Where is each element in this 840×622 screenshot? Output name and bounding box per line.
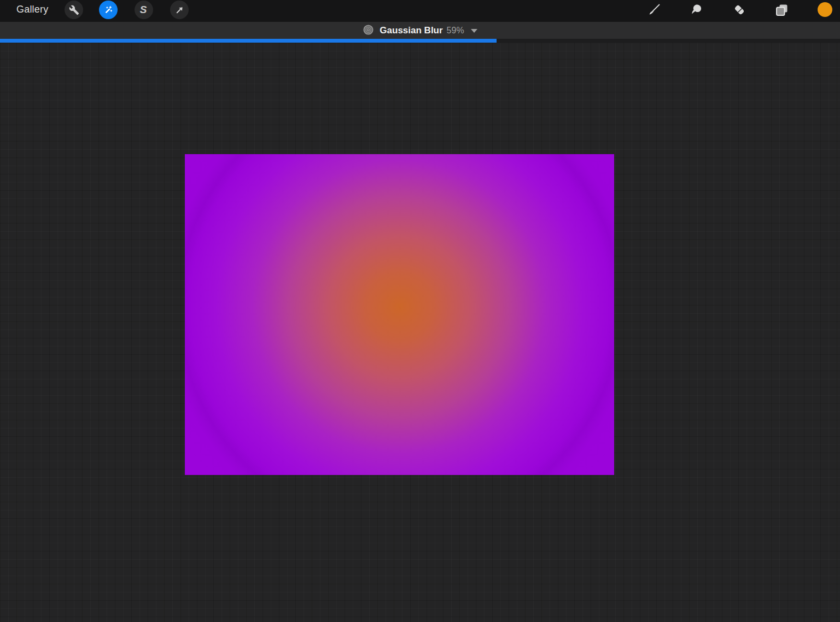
smudge-tool-button[interactable] xyxy=(687,1,707,21)
actions-button[interactable] xyxy=(65,1,83,19)
wrench-icon xyxy=(69,5,79,15)
canvas[interactable] xyxy=(185,154,614,475)
blur-amount-fill xyxy=(0,39,497,43)
adjustments-button[interactable] xyxy=(99,1,118,19)
adjustment-percent: 59% xyxy=(447,26,464,36)
adjustment-title: Gaussian Blur xyxy=(380,25,442,36)
eraser-icon xyxy=(732,3,746,19)
color-swatch-circle[interactable] xyxy=(818,2,832,17)
layers-icon xyxy=(774,3,789,20)
transform-button[interactable] xyxy=(170,1,189,19)
selection-button[interactable]: S xyxy=(135,1,153,19)
smudge-finger-icon xyxy=(690,3,704,19)
magic-wand-icon xyxy=(103,4,114,15)
eraser-tool-button[interactable] xyxy=(730,1,749,21)
adjustment-bar[interactable]: Gaussian Blur 59% xyxy=(0,22,840,39)
blur-amount-track[interactable] xyxy=(0,39,840,43)
transform-arrow-icon xyxy=(174,5,185,15)
gallery-button[interactable]: Gallery xyxy=(16,4,48,15)
selection-s-icon: S xyxy=(140,4,147,16)
gaussian-blur-icon xyxy=(363,24,374,38)
dropdown-caret-icon[interactable] xyxy=(471,29,477,33)
layers-button[interactable] xyxy=(772,1,791,21)
paintbrush-icon xyxy=(647,3,661,19)
procreate-window: Gallery S xyxy=(0,0,840,622)
top-toolbar: Gallery S xyxy=(0,0,840,22)
brush-tool-button[interactable] xyxy=(644,1,664,21)
